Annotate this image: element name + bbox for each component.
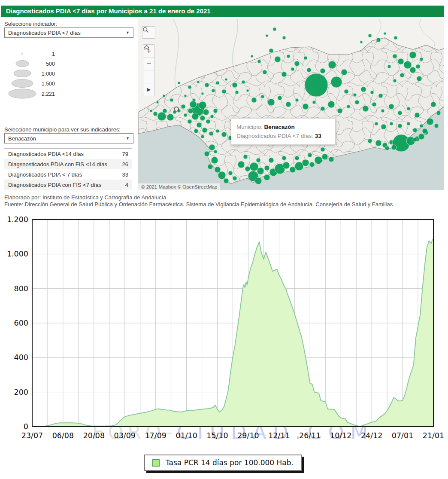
municipality-bubble[interactable] xyxy=(393,79,397,82)
municipality-bubble[interactable] xyxy=(269,158,274,163)
municipality-bubble[interactable] xyxy=(391,145,397,150)
municipality-bubble[interactable] xyxy=(378,94,383,98)
municipality-bubble[interactable] xyxy=(225,78,227,81)
municipality-bubble[interactable] xyxy=(303,104,309,110)
municipality-bubble[interactable] xyxy=(413,128,417,132)
municipality-bubble[interactable] xyxy=(156,101,159,104)
municipality-bubble[interactable] xyxy=(375,140,381,146)
municipality-bubble[interactable] xyxy=(264,174,270,180)
municipality-bubble[interactable] xyxy=(286,102,291,107)
municipality-bubble[interactable] xyxy=(211,157,218,164)
municipality-bubble[interactable] xyxy=(431,102,436,107)
municipality-bubble[interactable] xyxy=(341,69,347,75)
municipality-bubble[interactable] xyxy=(427,118,433,125)
municipality-bubble[interactable] xyxy=(163,95,165,97)
municipality-bubble[interactable] xyxy=(368,34,372,37)
municipality-bubble[interactable] xyxy=(291,67,294,71)
municipality-bubble[interactable] xyxy=(398,58,404,64)
municipality-bubble[interactable] xyxy=(266,34,268,37)
municipality-bubble[interactable] xyxy=(321,147,325,152)
municipality-bubble[interactable] xyxy=(308,153,312,157)
municipality-bubble[interactable] xyxy=(287,55,290,58)
municipality-bubble[interactable] xyxy=(320,68,325,73)
municipality-bubble[interactable] xyxy=(400,73,404,77)
municipality-bubble[interactable] xyxy=(261,95,264,98)
municipality-bubble[interactable] xyxy=(347,105,350,108)
municipality-bubble[interactable] xyxy=(436,111,441,115)
municipality-bubble[interactable] xyxy=(328,101,335,108)
map-home-button[interactable] xyxy=(143,70,154,83)
municipality-bubble[interactable] xyxy=(224,178,229,183)
municipality-bubble[interactable] xyxy=(188,119,192,124)
map-zoom-out-button[interactable]: − xyxy=(143,57,154,70)
municipality-bubble[interactable] xyxy=(242,80,245,84)
municipality-bubble[interactable] xyxy=(233,176,237,180)
municipality-bubble[interactable] xyxy=(209,131,213,136)
municipality-bubble[interactable] xyxy=(264,165,269,171)
municipality-bubble[interactable] xyxy=(188,108,193,113)
municipality-select[interactable]: Benacazón ▼ xyxy=(4,133,133,143)
municipality-bubble[interactable] xyxy=(255,177,262,184)
municipality-bubble[interactable] xyxy=(417,76,422,81)
table-row[interactable]: Diagnosticados PDIA con FIS <7 días4 xyxy=(4,180,132,190)
municipality-bubble[interactable] xyxy=(331,76,342,88)
municipality-bubble[interactable] xyxy=(150,110,152,112)
municipality-bubble[interactable] xyxy=(216,81,219,85)
municipality-bubble[interactable] xyxy=(238,161,245,168)
municipality-bubble[interactable] xyxy=(376,38,381,42)
municipality-bubble[interactable] xyxy=(368,139,372,143)
municipality-bubble[interactable] xyxy=(222,89,226,94)
table-row[interactable]: Diagnosticados PDIA < 7 días33 xyxy=(4,169,132,180)
municipality-bubble[interactable] xyxy=(235,91,239,94)
municipality-bubble[interactable] xyxy=(167,114,174,121)
municipality-bubble[interactable] xyxy=(214,150,217,153)
municipality-bubble[interactable] xyxy=(422,128,427,134)
municipality-bubble[interactable] xyxy=(157,112,166,121)
municipality-bubble[interactable] xyxy=(201,135,204,138)
municipality-bubble[interactable] xyxy=(178,82,180,84)
municipality-bubble[interactable] xyxy=(375,122,378,125)
municipality-bubble[interactable] xyxy=(315,156,322,164)
table-row[interactable]: Diagnosticados PDIA <14 días79 xyxy=(4,149,132,159)
municipality-bubble[interactable] xyxy=(381,109,384,113)
municipality-bubble[interactable] xyxy=(218,171,226,179)
municipality-bubble[interactable] xyxy=(407,122,410,125)
municipality-bubble[interactable] xyxy=(204,151,209,156)
municipality-bubble[interactable] xyxy=(282,72,287,77)
municipality-bubble[interactable] xyxy=(415,113,420,118)
municipality-bubble[interactable] xyxy=(390,122,393,125)
municipality-bubble[interactable] xyxy=(312,101,316,104)
municipality-bubble[interactable] xyxy=(215,167,221,173)
municipality-bubble[interactable] xyxy=(163,109,167,113)
municipality-bubble[interactable] xyxy=(190,101,197,108)
municipality-bubble[interactable] xyxy=(181,104,185,109)
municipality-bubble[interactable] xyxy=(256,158,260,162)
municipality-bubble[interactable] xyxy=(263,70,267,74)
municipality-bubble[interactable] xyxy=(278,96,282,100)
municipality-bubble[interactable] xyxy=(418,134,424,140)
municipality-bubble[interactable] xyxy=(250,162,258,171)
table-row[interactable]: Diagsnosticados PDIA con FIS <14 días26 xyxy=(4,159,132,169)
municipality-bubble[interactable] xyxy=(361,87,366,92)
municipality-bubble[interactable] xyxy=(384,32,386,35)
municipality-bubble[interactable] xyxy=(232,82,237,88)
municipality-bubble[interactable] xyxy=(245,166,250,171)
municipality-bubble[interactable] xyxy=(200,116,205,121)
municipality-bubble[interactable] xyxy=(275,56,281,62)
municipality-bubble[interactable] xyxy=(394,36,397,40)
municipality-bubble[interactable] xyxy=(216,129,219,133)
municipality-bubble[interactable] xyxy=(197,81,200,83)
municipality-bubble[interactable] xyxy=(268,99,275,106)
municipality-bubble[interactable] xyxy=(387,65,391,68)
municipality-bubble[interactable] xyxy=(295,156,299,160)
map-attribution[interactable]: © 2021 Mapbox © OpenStreetMap xyxy=(138,183,220,190)
municipality-bubble[interactable] xyxy=(282,156,286,160)
municipality-bubble[interactable] xyxy=(355,100,359,104)
municipality-bubble[interactable] xyxy=(407,107,410,110)
municipality-bubble[interactable] xyxy=(409,52,416,58)
map-search-button[interactable] xyxy=(142,26,155,39)
municipality-bubble[interactable] xyxy=(243,155,248,159)
municipality-bubble[interactable] xyxy=(246,89,249,92)
municipality-bubble[interactable] xyxy=(385,146,389,150)
municipality-bubble[interactable] xyxy=(309,162,315,167)
